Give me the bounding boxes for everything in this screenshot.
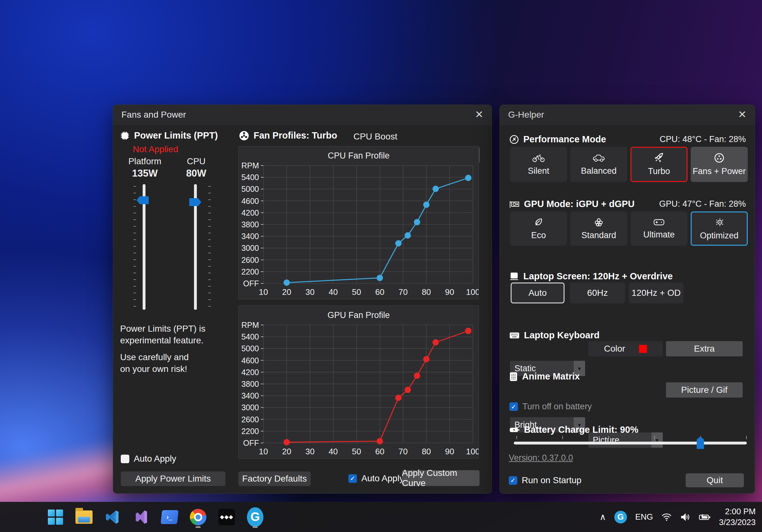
chrome-button[interactable] — [189, 506, 207, 528]
turn-off-on-battery-checkbox[interactable]: ✓ — [509, 402, 518, 411]
anime-matrix-title: Anime Matrix — [522, 371, 580, 382]
cpu-chart-title: CPU Fan Profile — [239, 146, 479, 162]
chevron-down-icon[interactable]: ▼ — [651, 432, 663, 448]
performance-mode-icon — [509, 135, 519, 144]
gpu-button-optimized[interactable]: Optimized — [691, 211, 748, 246]
laptop-screen-title: Laptop Screen: 120Hz + Overdrive — [523, 271, 673, 281]
svg-text:4200: 4200 — [241, 368, 259, 377]
fan-profiles-title: Fan Profiles: Turbo — [254, 130, 337, 141]
apply-power-limits-button[interactable]: Apply Power Limits — [121, 472, 225, 486]
gpu-card-icon — [509, 200, 519, 209]
laptop-keyboard-title: Laptop Keyboard — [524, 330, 599, 341]
power-limits-warning-2: Use carefully and on your own risk! — [120, 351, 228, 375]
battery-tray-icon[interactable] — [699, 513, 711, 521]
ghelper-titlebar[interactable]: G-Helper ✕ — [500, 105, 755, 124]
battery-slider-track[interactable] — [514, 442, 747, 444]
platform-limit-value: 135W — [119, 168, 171, 179]
volume-icon[interactable] — [680, 513, 690, 521]
close-icon[interactable]: ✕ — [738, 109, 746, 120]
windows-logo-icon — [48, 509, 63, 525]
turn-off-on-battery-label: Turn off on battery — [522, 402, 592, 412]
gpu-mode-header: GPU Mode: iGPU + dGPU GPU: 47°C - Fan: 2… — [509, 199, 746, 209]
chevron-up-icon[interactable]: ∧ — [599, 512, 606, 522]
screen-button-auto[interactable]: Auto — [511, 282, 565, 303]
fan-circle-icon — [714, 153, 724, 163]
ghelper-taskbar-button[interactable]: G — [246, 506, 265, 528]
power-auto-apply-row: Auto Apply — [121, 454, 176, 464]
start-button[interactable] — [46, 506, 65, 528]
visual-studio-button[interactable] — [132, 506, 150, 528]
screen-button-60hz[interactable]: 60Hz — [570, 282, 625, 303]
fans-window-titlebar[interactable]: Fans and Power ✕ — [113, 105, 492, 124]
apply-custom-curve-button[interactable]: Apply Custom Curve — [402, 470, 480, 486]
matrix-picture-gif-button[interactable]: Picture / Gif — [666, 382, 743, 398]
leaf-icon — [533, 217, 544, 227]
battery-limit-title: Battery Charge Limit: 90% — [524, 424, 639, 435]
tidal-button[interactable]: ◆◆◆ — [217, 506, 236, 528]
factory-defaults-button[interactable]: Factory Defaults — [238, 472, 311, 486]
close-icon[interactable]: ✕ — [475, 109, 483, 120]
cpu-temp-status: CPU: 48°C - Fan: 28% — [660, 134, 746, 144]
car-icon — [592, 153, 605, 163]
svg-text:90: 90 — [445, 287, 454, 297]
perf-button-turbo[interactable]: Turbo — [631, 147, 688, 182]
keyboard-extra-button[interactable]: Extra — [666, 341, 743, 356]
fan-icon — [239, 131, 249, 141]
svg-text:10: 10 — [259, 287, 268, 297]
gpu-button-eco[interactable]: Eco — [510, 211, 567, 246]
power-limits-warning-1: Power Limits (PPT) is experimental featu… — [120, 323, 228, 346]
gpu-button-ultimate[interactable]: Ultimate — [631, 211, 688, 246]
power-auto-apply-label: Auto Apply — [134, 454, 176, 464]
perf-button-balanced[interactable]: Balanced — [570, 147, 627, 182]
visual-studio-icon — [133, 509, 149, 525]
battery-icon — [509, 426, 519, 434]
version-link[interactable]: Version: 0.37.0.0 — [509, 453, 573, 463]
keyboard-color-button[interactable]: Color — [588, 341, 663, 356]
svg-text:50: 50 — [352, 447, 361, 456]
clock-time: 2:00 PM — [719, 506, 756, 517]
taskbar-clock[interactable]: 2:00 PM 3/23/2023 — [719, 506, 756, 528]
ghelper-icon: G — [247, 507, 264, 527]
cpu-chip-icon — [120, 131, 130, 140]
gpu-button-standard[interactable]: Standard — [570, 211, 627, 246]
vscode-icon — [105, 509, 120, 525]
svg-text:RPM: RPM — [241, 321, 259, 330]
svg-text:3800: 3800 — [241, 379, 259, 388]
svg-text:2200: 2200 — [241, 427, 259, 436]
chrome-icon — [190, 509, 206, 525]
language-indicator[interactable]: ENG — [635, 512, 653, 522]
file-explorer-button[interactable] — [75, 506, 93, 528]
perf-button-fans-power[interactable]: Fans + Power — [691, 147, 748, 182]
svg-text:90: 90 — [445, 447, 454, 456]
gpu-mode-title: GPU Mode: iGPU + dGPU — [524, 199, 635, 209]
vscode-button[interactable] — [103, 506, 122, 528]
screen-button-120hz-od[interactable]: 120Hz + OD — [629, 282, 683, 303]
svg-text:RPM: RPM — [241, 162, 259, 170]
run-on-startup-checkbox[interactable]: ✓ — [509, 476, 517, 485]
svg-text:3400: 3400 — [241, 391, 259, 400]
svg-text:2600: 2600 — [241, 256, 259, 265]
cpu-limit-value: 80W — [171, 168, 222, 179]
perf-button-silent[interactable]: Silent — [510, 147, 567, 182]
ghelper-tray-icon[interactable]: G — [614, 511, 627, 523]
cpu-slider-thumb[interactable] — [189, 198, 201, 206]
svg-text:4200: 4200 — [241, 208, 259, 217]
check-icon: ✓ — [510, 477, 516, 484]
svg-text:100: 100 — [466, 287, 479, 297]
platform-slider-thumb[interactable] — [137, 196, 149, 204]
wifi-icon[interactable] — [661, 513, 672, 521]
curve-auto-apply-checkbox[interactable]: ✓ — [348, 474, 357, 483]
svg-text:OFF: OFF — [243, 438, 259, 447]
cpu-fan-chart[interactable]: 102030405060708090100RPM5400500046004200… — [239, 162, 479, 300]
running-indicator — [195, 526, 201, 528]
powershell-button[interactable]: ›_ — [160, 506, 179, 528]
fans-window-title: Fans and Power — [121, 110, 186, 120]
svg-text:30: 30 — [305, 287, 314, 297]
gpu-chart-title: GPU Fan Profile — [239, 306, 479, 321]
quit-button[interactable]: Quit — [686, 473, 744, 487]
power-auto-apply-checkbox[interactable] — [121, 455, 129, 463]
svg-text:2200: 2200 — [241, 267, 259, 276]
gpu-fan-chart[interactable]: 102030405060708090100RPM5400500046004200… — [239, 321, 479, 459]
ghelper-title: G-Helper — [508, 110, 544, 120]
matrix-battery-row: ✓ Turn off on battery — [509, 402, 592, 412]
